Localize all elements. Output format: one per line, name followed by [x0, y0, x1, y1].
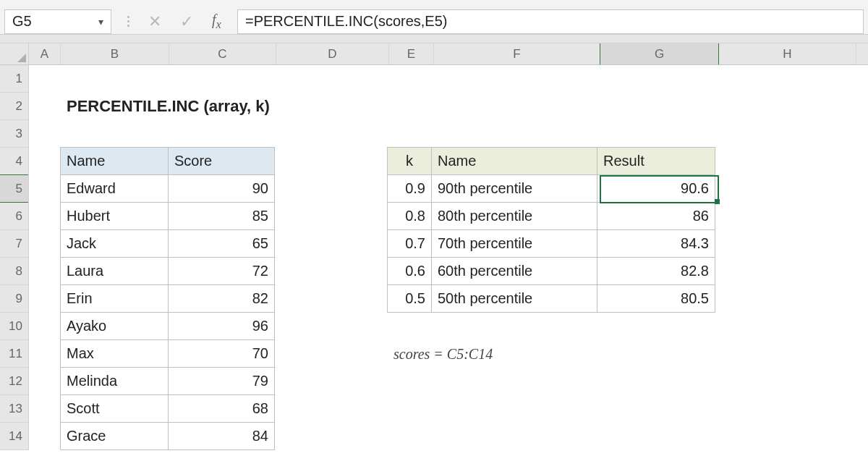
cell[interactable]	[718, 340, 855, 368]
row-header[interactable]: 13	[0, 395, 28, 423]
cell[interactable]	[275, 203, 388, 230]
row-header[interactable]: 7	[0, 230, 28, 258]
cell[interactable]	[389, 120, 434, 148]
table-cell[interactable]: 82	[168, 284, 275, 313]
table-header[interactable]: Name	[431, 147, 597, 175]
note-text[interactable]: scores = C5:C14	[388, 340, 433, 368]
table-cell[interactable]: 84	[168, 422, 275, 450]
table-cell[interactable]: Scott	[60, 394, 169, 423]
col-header[interactable]: G	[600, 43, 719, 64]
cell[interactable]	[388, 313, 433, 340]
cell[interactable]	[433, 395, 599, 423]
cell[interactable]	[29, 148, 61, 175]
table-cell[interactable]: 90th percentile	[431, 174, 597, 203]
cell[interactable]	[388, 423, 433, 450]
row-header[interactable]: 14	[0, 423, 28, 450]
cell[interactable]	[29, 203, 61, 230]
cell[interactable]	[276, 93, 389, 120]
row-header[interactable]: 11	[0, 340, 28, 368]
table-cell[interactable]: 68	[168, 394, 275, 423]
cell[interactable]	[599, 395, 718, 423]
cell[interactable]	[29, 395, 61, 423]
cell[interactable]	[599, 313, 718, 340]
cell[interactable]	[599, 340, 718, 368]
table-cell[interactable]: 0.7	[387, 229, 432, 258]
col-header[interactable]: F	[434, 43, 600, 64]
cell[interactable]	[29, 423, 61, 450]
row-header[interactable]: 3	[0, 120, 28, 148]
cell[interactable]	[433, 368, 599, 395]
table-cell[interactable]: Edward	[60, 174, 169, 203]
row-header[interactable]: 6	[0, 203, 28, 230]
cell[interactable]	[600, 93, 719, 120]
cell[interactable]	[275, 230, 388, 258]
cell[interactable]	[433, 423, 599, 450]
cell[interactable]	[388, 368, 433, 395]
table-cell[interactable]: Ayako	[60, 312, 169, 340]
name-box[interactable]: G5 ▾	[4, 9, 111, 34]
cell[interactable]	[275, 148, 388, 175]
cell[interactable]	[275, 423, 388, 450]
table-cell[interactable]: Hubert	[60, 202, 169, 230]
cell[interactable]	[715, 230, 853, 258]
cell[interactable]	[275, 340, 388, 368]
table-cell[interactable]: 85	[168, 202, 275, 230]
table-cell[interactable]: Max	[60, 339, 169, 368]
cell[interactable]	[599, 368, 718, 395]
row-header[interactable]: 8	[0, 258, 28, 285]
cell[interactable]	[719, 120, 856, 148]
table-cell[interactable]: 72	[168, 257, 275, 285]
col-header[interactable]: C	[169, 43, 276, 64]
table-cell[interactable]: 90.6	[597, 174, 715, 203]
table-cell[interactable]: 90	[168, 174, 275, 203]
enter-icon[interactable]: ✓	[180, 12, 193, 31]
row-header[interactable]: 2	[0, 93, 28, 120]
cell[interactable]	[276, 120, 389, 148]
cell[interactable]	[388, 395, 433, 423]
cell[interactable]	[29, 93, 61, 120]
table-cell[interactable]: Melinda	[60, 367, 169, 395]
cell[interactable]	[389, 65, 434, 93]
cell[interactable]	[29, 368, 61, 395]
cell[interactable]	[29, 230, 61, 258]
row-header[interactable]: 12	[0, 368, 28, 395]
cell[interactable]	[718, 313, 855, 340]
cell[interactable]	[433, 313, 599, 340]
table-cell[interactable]: 0.6	[387, 257, 432, 285]
cell[interactable]	[600, 65, 719, 93]
table-cell[interactable]: Grace	[60, 422, 169, 450]
cell[interactable]	[275, 395, 388, 423]
cell[interactable]	[434, 93, 600, 120]
cell[interactable]	[29, 120, 61, 148]
cell[interactable]	[169, 120, 276, 148]
cell[interactable]	[29, 65, 61, 93]
row-header[interactable]: 4	[0, 148, 28, 175]
sheet-title[interactable]: PERCENTILE.INC (array, k)	[61, 93, 169, 120]
cell[interactable]	[715, 258, 853, 285]
table-header[interactable]: k	[387, 147, 432, 175]
table-cell[interactable]: 0.8	[387, 202, 432, 230]
cell[interactable]	[29, 175, 61, 203]
cell[interactable]	[276, 65, 389, 93]
table-header[interactable]: Score	[168, 147, 275, 175]
cell[interactable]	[169, 93, 276, 120]
col-header[interactable]: E	[389, 43, 434, 64]
cell[interactable]	[275, 285, 388, 313]
cell[interactable]	[718, 395, 855, 423]
table-header[interactable]: Result	[597, 147, 715, 175]
cell[interactable]	[433, 340, 599, 368]
cell-grid[interactable]: PERCENTILE.INC (array, k)	[29, 65, 868, 450]
cell[interactable]	[61, 120, 169, 148]
cell[interactable]	[719, 93, 856, 120]
table-cell[interactable]: Erin	[60, 284, 169, 313]
cell[interactable]	[715, 148, 853, 175]
cell[interactable]	[275, 258, 388, 285]
table-header[interactable]: Name	[60, 147, 169, 175]
row-header[interactable]: 10	[0, 313, 28, 340]
table-cell[interactable]: 50th percentile	[431, 284, 597, 313]
cell[interactable]	[600, 120, 719, 148]
cell[interactable]	[275, 175, 388, 203]
dropdown-icon[interactable]: ▾	[98, 16, 103, 28]
col-header[interactable]: A	[29, 43, 61, 64]
table-cell[interactable]: Laura	[60, 257, 169, 285]
